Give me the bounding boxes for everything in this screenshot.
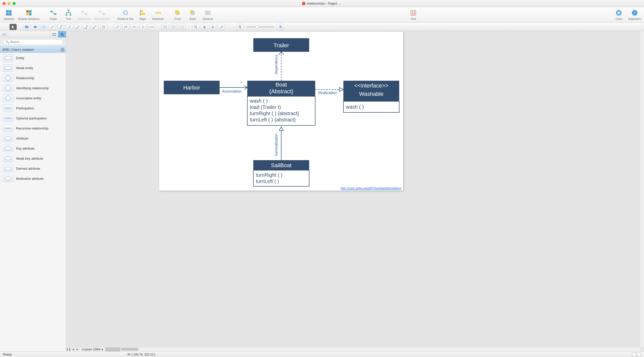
delete-link-button[interactable]: Delete link [78, 9, 91, 20]
chain-button[interactable]: Chain [48, 9, 59, 20]
shape-thumb-icon [3, 95, 13, 102]
svg-text:Trailer: Trailer [273, 42, 289, 49]
zoom-out-button[interactable] [236, 24, 244, 30]
sidebar-search-icon[interactable] [58, 31, 66, 37]
inspectors-button[interactable]: iInspectors [628, 9, 641, 20]
canvas[interactable]: Trailer Dependency Harbor * Association … [66, 31, 644, 351]
pointer-tool[interactable] [10, 24, 17, 30]
shape-item[interactable]: Derived attribute [0, 163, 66, 173]
align-button[interactable]: Align [137, 9, 148, 20]
maximize-icon[interactable] [13, 2, 16, 5]
svg-text:Boat: Boat [275, 81, 287, 88]
shape-item[interactable]: Entity [0, 53, 66, 63]
svg-rect-11 [70, 14, 71, 16]
svg-rect-77 [54, 35, 56, 36]
horizontal-scrollbar[interactable]: ❚❚ ◀ ▶ Custom 108% ▾ [66, 347, 640, 351]
snap-tool-3[interactable] [179, 24, 186, 30]
shape-item[interactable]: Relationship [0, 73, 66, 83]
identical-button[interactable]: Identical [202, 9, 214, 20]
sidebar-grid-view-icon[interactable] [50, 31, 58, 37]
zoom-in-button[interactable] [277, 24, 284, 30]
svg-line-79 [63, 35, 64, 36]
ellipse-tool[interactable] [32, 24, 39, 30]
shape-label: Key attribute [16, 147, 34, 150]
search-input[interactable] [3, 39, 63, 45]
delete-tool[interactable] [100, 24, 107, 30]
status-mini-icon-1[interactable] [632, 353, 636, 356]
minimize-icon[interactable] [8, 2, 11, 5]
reverse-link-button[interactable]: Reverse link [94, 9, 109, 20]
rotate-flip-button[interactable]: Rotate & Flip [117, 9, 134, 20]
shape-item[interactable]: Weak key attribute [0, 153, 66, 163]
distribute-button[interactable]: Distribute [152, 9, 164, 20]
svg-text:Association: Association [222, 89, 242, 93]
line-tool-5[interactable] [148, 24, 155, 30]
chevron-down-icon[interactable]: ⌄ [339, 2, 342, 5]
shape-item[interactable]: Optional participation [0, 113, 66, 123]
close-icon[interactable] [3, 2, 6, 5]
shape-item[interactable]: Key attribute [0, 143, 66, 153]
shape-label: Weak key attribute [16, 157, 43, 160]
zoom-label[interactable]: Custom 108% ▾ [80, 347, 105, 351]
back-button[interactable]: Back [187, 9, 198, 20]
library-header[interactable]: ERD, Chen's notation × [0, 46, 66, 53]
svg-rect-22 [159, 12, 161, 14]
eyedropper-tool[interactable] [218, 24, 225, 30]
shape-label: Optional participation [16, 116, 47, 120]
line-tool-2[interactable] [122, 24, 129, 30]
shape-thumb-icon [3, 64, 13, 71]
status-mouse: M: [ 192.74, 102.10 ] [128, 353, 155, 356]
libraries-button[interactable]: Libraries [3, 9, 15, 20]
rect-tool[interactable] [23, 24, 30, 30]
connector-tool-3[interactable] [66, 24, 73, 30]
grid-button[interactable]: Grid [408, 9, 419, 20]
hand-tool[interactable] [201, 24, 208, 30]
tool-toolbar [0, 23, 644, 31]
diagram-page[interactable]: Trailer Dependency Harbor * Association … [159, 32, 403, 191]
pagebar-pause-icon[interactable]: ❚❚ [66, 347, 71, 351]
shape-item[interactable]: Attribute [0, 133, 66, 143]
shape-item[interactable]: Recursive relationship [0, 123, 66, 133]
shape-label: Attribute [16, 137, 28, 140]
svg-line-70 [281, 27, 282, 28]
snap-tool-2[interactable] [170, 24, 177, 30]
svg-rect-40 [42, 26, 46, 28]
shape-item[interactable]: Participation [0, 103, 66, 113]
shape-list: EntityWeak entityRelationshipIdentifying… [0, 53, 66, 351]
svg-text:*: * [241, 81, 243, 85]
shape-label: Recursive relationship [16, 126, 48, 130]
shape-label: Identifying relationship [16, 86, 49, 90]
text-tool[interactable] [40, 24, 47, 30]
close-library-icon[interactable]: × [60, 48, 64, 52]
line-tool-4[interactable] [139, 24, 146, 30]
line-tool-3[interactable] [131, 24, 138, 30]
connector-tool-5[interactable] [83, 24, 90, 30]
shape-thumb-icon [3, 175, 13, 182]
snap-tool-1[interactable] [162, 24, 169, 30]
connector-tool-6[interactable] [92, 24, 99, 30]
connector-tool-2[interactable] [57, 24, 64, 30]
zoom-slider[interactable] [247, 26, 274, 27]
search-icon: 🔍 [6, 40, 9, 44]
color-button[interactable]: Color [613, 9, 625, 20]
line-tool-1[interactable] [114, 24, 121, 30]
shape-item[interactable]: Multivalue attribute [0, 173, 66, 184]
sidebar-toggle-icon[interactable] [0, 31, 8, 37]
svg-text:turnRight ( ) {abstract}: turnRight ( ) {abstract} [250, 111, 299, 116]
pagebar-prev-icon[interactable]: ◀ [71, 347, 75, 351]
pagebar-next-icon[interactable]: ▶ [75, 347, 80, 351]
shape-item[interactable]: Identifying relationship [0, 83, 66, 93]
zoom-tool[interactable] [192, 24, 199, 30]
connector-tool-1[interactable] [49, 24, 56, 30]
browse-solutions-button[interactable]: Browse Solutions [18, 9, 39, 20]
svg-text:Washable: Washable [359, 91, 383, 97]
stamp-tool[interactable] [209, 24, 216, 30]
status-mini-icon-2[interactable] [637, 353, 641, 356]
shape-item[interactable]: Weak entity [0, 63, 66, 73]
tree-button[interactable]: Tree [63, 9, 74, 20]
front-button[interactable]: Front [172, 9, 183, 20]
svg-point-78 [61, 33, 63, 35]
vertical-scrollbar[interactable] [640, 31, 644, 347]
shape-item[interactable]: Associative entity [0, 93, 66, 103]
connector-tool-4[interactable] [74, 24, 82, 30]
